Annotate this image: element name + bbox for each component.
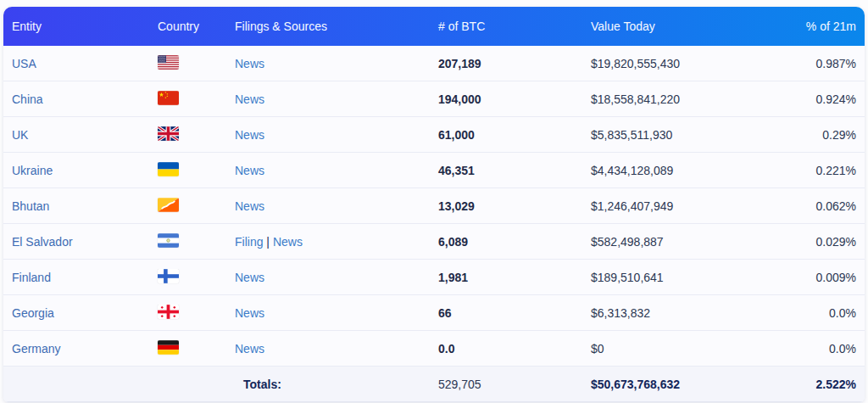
value-today: $0 — [587, 342, 757, 355]
value-today: $6,313,832 — [587, 306, 757, 320]
source-link-news[interactable]: News — [235, 199, 264, 213]
source-link-news[interactable]: News — [235, 164, 264, 177]
column-header-value: Value Today — [587, 20, 757, 33]
value-today: $1,246,407,949 — [587, 199, 757, 213]
table-row-usa: USANews207,189$19,820,555,4300.987% — [3, 46, 865, 81]
flag-uk-icon — [158, 126, 179, 141]
table-row-germany: GermanyNews0.0$00.0% — [3, 331, 865, 367]
pct-of-21m: 0.0% — [757, 342, 865, 355]
column-header-entity: Entity — [3, 20, 154, 33]
pipe-separator: | — [263, 235, 272, 249]
government-btc-holdings-table: Entity Country Filings & Sources # of BT… — [3, 7, 865, 402]
pct-of-21m: 0.029% — [757, 235, 865, 249]
value-today: $5,835,511,930 — [587, 128, 757, 142]
source-link-news[interactable]: News — [273, 235, 303, 249]
btc-amount: 46,351 — [435, 164, 587, 177]
totals-pct: 2.522% — [757, 378, 865, 391]
value-today: $18,558,841,220 — [587, 92, 757, 106]
source-link-news[interactable]: News — [235, 306, 264, 320]
btc-amount: 207,189 — [435, 57, 587, 70]
btc-amount: 0.0 — [435, 342, 587, 355]
table-row-finland: FinlandNews1,981$189,510,6410.009% — [3, 260, 865, 295]
entity-link-finland[interactable]: Finland — [12, 271, 51, 284]
totals-label: Totals: — [231, 378, 435, 391]
pct-of-21m: 0.062% — [757, 199, 865, 213]
entity-link-uk[interactable]: UK — [12, 128, 28, 142]
btc-amount: 61,000 — [435, 128, 587, 142]
pct-of-21m: 0.221% — [757, 164, 865, 177]
source-link-news[interactable]: News — [235, 57, 264, 70]
entity-link-ukraine[interactable]: Ukraine — [12, 164, 53, 177]
flag-finland-icon — [158, 269, 179, 283]
pct-of-21m: 0.009% — [757, 271, 865, 284]
value-today: $582,498,887 — [587, 235, 757, 249]
source-link-news[interactable]: News — [235, 271, 264, 284]
table-row-china: ChinaNews194,000$18,558,841,2200.924% — [3, 81, 865, 117]
flag-georgia-icon — [158, 305, 179, 319]
btc-amount: 66 — [435, 306, 587, 320]
value-today: $19,820,555,430 — [587, 57, 757, 70]
btc-amount: 6,089 — [435, 235, 587, 249]
source-link-news[interactable]: News — [235, 92, 264, 106]
flag-china-icon — [158, 91, 179, 105]
pct-of-21m: 0.924% — [757, 92, 865, 106]
table-row-georgia: GeorgiaNews66$6,313,8320.0% — [3, 295, 865, 331]
column-header-pct21m: % of 21m — [757, 20, 865, 33]
table-body: USANews207,189$19,820,555,4300.987%China… — [3, 46, 865, 367]
column-header-btc: # of BTC — [435, 20, 587, 33]
pct-of-21m: 0.29% — [757, 128, 865, 142]
entity-link-georgia[interactable]: Georgia — [12, 306, 54, 320]
source-link-news[interactable]: News — [235, 342, 264, 355]
entity-link-el-salvador[interactable]: El Salvador — [12, 235, 73, 249]
entity-link-germany[interactable]: Germany — [12, 342, 61, 355]
table-header-row: Entity Country Filings & Sources # of BT… — [3, 7, 865, 46]
flag-usa-icon — [158, 55, 179, 70]
flag-el-salvador-icon — [158, 233, 179, 248]
btc-amount: 194,000 — [435, 92, 587, 106]
flag-bhutan-icon — [158, 198, 179, 212]
pct-of-21m: 0.987% — [757, 57, 865, 70]
column-header-country: Country — [154, 20, 231, 33]
entity-link-usa[interactable]: USA — [12, 57, 36, 70]
totals-btc: 529,705 — [435, 378, 587, 391]
source-link-filing[interactable]: Filing — [235, 235, 263, 249]
source-link-news[interactable]: News — [235, 128, 264, 142]
entity-link-bhutan[interactable]: Bhutan — [12, 199, 49, 213]
table-row-bhutan: BhutanNews13,029$1,246,407,9490.062% — [3, 188, 865, 224]
flag-ukraine-icon — [158, 162, 179, 176]
value-today: $4,434,128,089 — [587, 164, 757, 177]
btc-amount: 1,981 — [435, 271, 587, 284]
table-row-ukraine: UkraineNews46,351$4,434,128,0890.221% — [3, 153, 865, 188]
entity-link-china[interactable]: China — [12, 92, 43, 106]
value-today: $189,510,641 — [587, 271, 757, 284]
table-row-uk: UKNews61,000$5,835,511,9300.29% — [3, 117, 865, 153]
table-row-el-salvador: El SalvadorFiling | News6,089$582,498,88… — [3, 224, 865, 260]
totals-value: $50,673,768,632 — [587, 378, 757, 391]
btc-amount: 13,029 — [435, 199, 587, 213]
column-header-sources: Filings & Sources — [231, 20, 435, 33]
pct-of-21m: 0.0% — [757, 306, 865, 320]
totals-row: Totals: 529,705 $50,673,768,632 2.522% — [3, 367, 865, 402]
flag-germany-icon — [158, 340, 179, 355]
